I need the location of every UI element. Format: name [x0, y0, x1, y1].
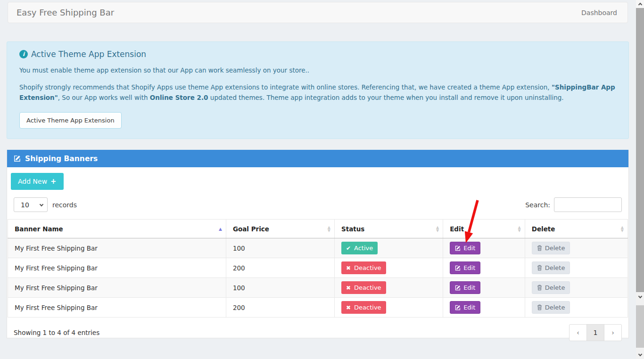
shipping-banners-panel-header: Shipping Banners [7, 150, 628, 167]
table-row: My First Free Shipping Bar 100 ✖Deactive… [8, 278, 628, 298]
status-badge: ✖Deactive [341, 301, 386, 314]
info-paragraph: Shopify strongly recommends that Shopify… [19, 82, 616, 103]
table-row: My First Free Shipping Bar 200 ✖Deactive… [8, 298, 628, 318]
delete-button[interactable]: Delete [532, 242, 570, 254]
search-input[interactable] [554, 197, 622, 212]
banner-name-cell: My First Free Shipping Bar [8, 258, 226, 278]
cross-icon: ✖ [346, 265, 351, 271]
column-header-status[interactable]: Status ▲▼ [335, 220, 443, 238]
status-badge: ✖Deactive [341, 281, 386, 294]
info-panel-heading: i Active Theme App Extension [19, 49, 616, 59]
search-area: Search: [525, 197, 622, 212]
column-header-delete[interactable]: Delete ▲▼ [525, 220, 627, 238]
column-header-goal-price[interactable]: Goal Price ▲▼ [226, 220, 334, 238]
sort-icons: ▲▼ [518, 226, 521, 232]
active-theme-app-extension-button[interactable]: Active Theme App Extension [19, 112, 122, 129]
delete-button[interactable]: Delete [532, 281, 570, 294]
banners-table: Banner Name ▲ Goal Price ▲▼ Status ▲▼ Ed… [8, 219, 628, 318]
pagination: ‹ 1 › [569, 324, 622, 341]
edit-button[interactable]: Edit [450, 301, 480, 314]
table-footer: Showing 1 to 4 of 4 entries ‹ 1 › [7, 318, 628, 341]
scrollbar-down-arrow[interactable] [636, 293, 644, 301]
scrollbar[interactable] [636, 0, 644, 359]
column-header-banner-name[interactable]: Banner Name ▲ [8, 220, 226, 238]
dashboard-link[interactable]: Dashboard [581, 9, 617, 16]
scrollbar-up-arrow[interactable] [636, 0, 644, 8]
sort-asc-icon: ▲ [219, 227, 222, 231]
app-header: Easy Free Shipping Bar Dashboard [8, 2, 628, 23]
chevron-down-icon [638, 294, 642, 298]
banner-name-cell: My First Free Shipping Bar [8, 298, 226, 318]
chevron-down-icon [638, 352, 642, 356]
pagination-page-1[interactable]: 1 [586, 324, 604, 341]
table-header-row: Banner Name ▲ Goal Price ▲▼ Status ▲▼ Ed… [8, 220, 628, 238]
info-panel-title: Active Theme App Extension [31, 49, 146, 59]
edit-button[interactable]: Edit [450, 261, 480, 274]
banner-name-cell: My First Free Shipping Bar [8, 238, 226, 258]
page: Easy Free Shipping Bar Dashboard i Activ… [0, 0, 644, 359]
check-icon: ✔ [346, 245, 351, 252]
table-row: My First Free Shipping Bar 100 ✔Active E… [8, 238, 628, 258]
page-title: Easy Free Shipping Bar [17, 8, 114, 17]
cross-icon: ✖ [346, 285, 351, 291]
showing-entries-text: Showing 1 to 4 of 4 entries [14, 329, 99, 336]
delete-button[interactable]: Delete [532, 261, 570, 274]
scrollbar-thumb[interactable] [636, 8, 644, 292]
sort-icons: ▲▼ [436, 226, 439, 232]
banner-name-cell: My First Free Shipping Bar [8, 278, 226, 298]
goal-price-cell: 200 [226, 298, 334, 318]
goal-price-cell: 100 [226, 238, 334, 258]
cross-icon: ✖ [346, 304, 351, 311]
pagination-prev-button[interactable]: ‹ [569, 324, 587, 341]
sort-icons: ▲▼ [328, 226, 330, 232]
goal-price-cell: 100 [226, 278, 334, 298]
status-badge: ✖Deactive [341, 261, 386, 274]
records-per-page: 10 records [14, 197, 77, 212]
goal-price-cell: 200 [226, 258, 334, 278]
shipping-banners-title: Shipping Banners [25, 155, 98, 163]
edit-button[interactable]: Edit [450, 242, 480, 254]
shipping-banners-panel: Shipping Banners Add New + 10 records Se… [7, 150, 629, 338]
search-label: Search: [525, 201, 550, 209]
column-header-edit[interactable]: Edit ▲▼ [443, 220, 525, 238]
info-icon: i [19, 50, 28, 58]
outer-scrollbar-thumb[interactable] [636, 305, 644, 348]
sort-icons: ▲▼ [621, 226, 624, 232]
edit-square-icon [14, 155, 21, 162]
records-label: records [52, 201, 77, 209]
delete-button[interactable]: Delete [532, 301, 570, 314]
page-size-select-input[interactable]: 10 [14, 198, 47, 212]
table-controls: 10 records Search: [7, 197, 628, 212]
pagination-next-button[interactable]: › [604, 324, 622, 341]
add-new-button[interactable]: Add New + [11, 173, 64, 190]
theme-extension-info-panel: i Active Theme App Extension You must en… [7, 41, 629, 139]
edit-button[interactable]: Edit [450, 281, 480, 294]
plus-icon: + [50, 177, 57, 186]
info-line1: You must enable theme app extension so t… [19, 66, 616, 74]
chevron-up-icon [638, 3, 642, 7]
outer-scrollbar-down-arrow[interactable] [636, 351, 644, 359]
page-size-select[interactable]: 10 [14, 197, 48, 212]
table-row: My First Free Shipping Bar 200 ✖Deactive… [8, 258, 628, 278]
status-badge: ✔Active [341, 242, 378, 254]
